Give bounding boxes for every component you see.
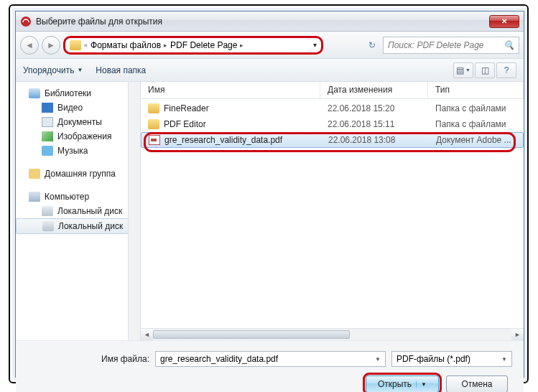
nav-row: ◄ ► « Форматы файлов ▸ PDF Delete Page ▸…	[16, 32, 524, 59]
forward-button[interactable]: ►	[42, 36, 60, 55]
file-name: FineReader	[164, 103, 328, 113]
view-button[interactable]: ▤▼	[453, 62, 473, 78]
tree-music[interactable]: Музыка	[16, 144, 140, 158]
folder-icon	[148, 119, 159, 129]
cancel-button[interactable]: Отмена	[446, 375, 508, 392]
preview-pane-button[interactable]: ◫	[475, 62, 495, 78]
tree-video[interactable]: Видео	[16, 101, 140, 115]
bottom-panel: Имя файла: gre_research_validity_data.pd…	[16, 340, 524, 392]
chevron-left-icon: «	[84, 42, 88, 49]
tree-disk[interactable]: Локальный диск	[16, 218, 140, 234]
breadcrumb-part[interactable]: PDF Delete Page	[170, 40, 237, 50]
file-date: 22.06.2018 13:08	[328, 135, 436, 145]
search-icon: 🔍	[504, 40, 514, 50]
breadcrumb-part[interactable]: Форматы файлов	[91, 40, 161, 50]
file-open-dialog: Выберите файлы для открытия ✕ ◄ ► « Форм…	[15, 11, 524, 378]
disk-icon	[42, 221, 54, 231]
col-date[interactable]: Дата изменения	[320, 82, 428, 98]
search-placeholder: Поиск: PDF Delete Page	[388, 40, 484, 50]
horizontal-scrollbar[interactable]: ◄ ►	[141, 328, 524, 340]
libraries-icon	[29, 88, 40, 98]
tree-disk[interactable]: Локальный диск	[16, 204, 140, 218]
file-row[interactable]: PDF Editor22.06.2018 15:11Папка с файлам…	[141, 116, 524, 132]
file-name: PDF Editor	[164, 119, 328, 129]
file-date: 22.06.2018 15:20	[328, 103, 435, 113]
column-headers: Имя Дата изменения Тип	[141, 82, 524, 99]
folder-icon	[148, 103, 159, 113]
tree-documents[interactable]: Документы	[16, 115, 140, 129]
chevron-down-icon[interactable]: ▼	[416, 381, 427, 388]
file-date: 22.06.2018 15:11	[328, 119, 435, 129]
titlebar: Выберите файлы для открытия ✕	[16, 11, 524, 32]
file-row[interactable]: FineReader22.06.2018 15:20Папка с файлам…	[141, 101, 524, 116]
documents-icon	[42, 117, 53, 127]
close-button[interactable]: ✕	[489, 15, 519, 28]
chevron-right-icon: ▸	[164, 42, 167, 49]
help-button[interactable]: ?	[496, 62, 516, 78]
window-title: Выберите файлы для открытия	[36, 17, 489, 27]
chevron-down-icon: ▼	[501, 356, 507, 363]
file-type: Документ Adobe ...	[436, 135, 516, 145]
tree-libraries[interactable]: Библиотеки	[16, 86, 140, 101]
scroll-left-button[interactable]: ◄	[141, 329, 153, 340]
toolbar: Упорядочить ▼ Новая папка ▤▼ ◫ ?	[16, 59, 524, 82]
chevron-down-icon[interactable]: ▼	[375, 356, 381, 363]
col-type[interactable]: Тип	[428, 82, 524, 98]
folder-icon	[70, 40, 81, 50]
music-icon	[42, 146, 53, 156]
scroll-thumb[interactable]	[153, 330, 350, 339]
new-folder-button[interactable]: Новая папка	[96, 65, 146, 75]
app-icon	[20, 16, 32, 27]
organize-button[interactable]: Упорядочить ▼	[23, 65, 83, 75]
file-type: Папка с файлами	[435, 103, 516, 113]
tree-homegroup[interactable]: Домашняя группа	[16, 167, 140, 181]
homegroup-icon	[29, 169, 40, 179]
file-name: gre_research_validity_data.pdf	[164, 135, 328, 145]
tree-images[interactable]: Изображения	[16, 129, 140, 144]
breadcrumb[interactable]: « Форматы файлов ▸ PDF Delete Page ▸ ▾	[63, 36, 323, 55]
images-icon	[42, 131, 53, 141]
filename-label: Имя файла:	[27, 354, 149, 364]
search-input[interactable]: Поиск: PDF Delete Page 🔍	[383, 37, 519, 54]
scroll-right-button[interactable]: ►	[511, 329, 524, 340]
pdf-icon	[149, 135, 160, 145]
chevron-down-icon: ▼	[77, 67, 83, 73]
computer-icon	[29, 192, 40, 202]
video-icon	[42, 103, 53, 113]
back-button[interactable]: ◄	[20, 36, 39, 55]
tree-computer[interactable]: Компьютер	[16, 190, 140, 204]
file-type-filter[interactable]: PDF-файлы (*.pdf)▼	[391, 351, 512, 367]
file-list: Имя Дата изменения Тип FineReader22.06.2…	[141, 82, 524, 340]
sidebar-scrollbar[interactable]	[128, 82, 140, 340]
sidebar: Библиотеки Видео Документы Изображения М…	[16, 82, 141, 340]
breadcrumb-dropdown[interactable]: ▾	[313, 41, 317, 49]
file-type: Папка с файлами	[435, 119, 516, 129]
filename-input[interactable]: gre_research_validity_data.pdf▼	[155, 351, 386, 367]
refresh-button[interactable]: ↻	[364, 37, 380, 53]
file-row[interactable]: gre_research_validity_data.pdf22.06.2018…	[141, 132, 524, 148]
col-name[interactable]: Имя	[141, 82, 320, 98]
svg-point-0	[21, 17, 31, 27]
disk-icon	[42, 206, 53, 216]
open-button[interactable]: Открыть▼	[366, 375, 439, 392]
chevron-right-icon: ▸	[240, 42, 244, 49]
